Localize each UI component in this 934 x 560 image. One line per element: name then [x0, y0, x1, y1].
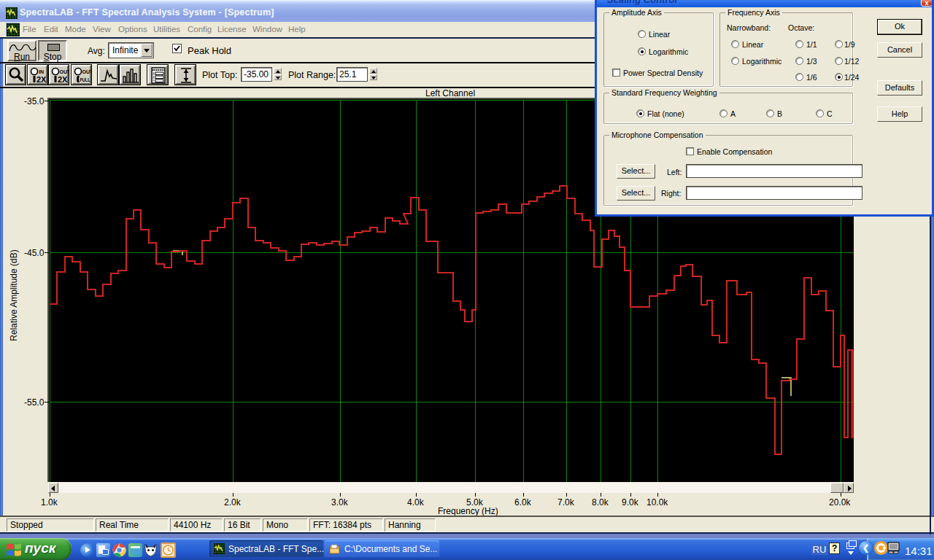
svg-text:OUT: OUT — [60, 69, 69, 74]
svg-text:2X: 2X — [36, 75, 47, 84]
svg-text:OUT: OUT — [82, 69, 92, 74]
svg-text:FULL: FULL — [80, 77, 90, 82]
svg-text:IN: IN — [39, 69, 44, 74]
svg-text:2X: 2X — [58, 75, 68, 84]
